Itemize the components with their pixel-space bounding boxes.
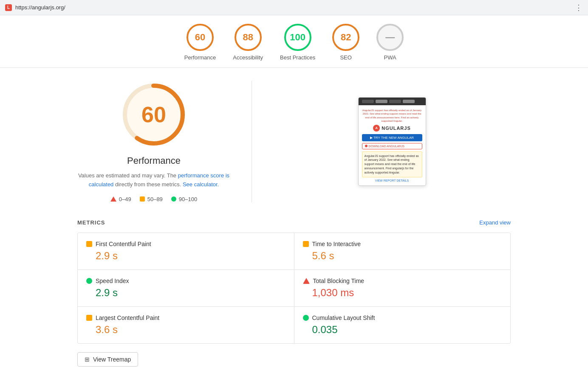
metric-cls-name: Cumulative Layout Shift [312,314,375,321]
screenshot-body: AngularJS support has officially ended a… [359,105,426,185]
metric-tti-indicator [303,241,309,247]
metric-cls-name-row: Cumulative Layout Shift [303,314,502,321]
performance-description: Values are estimated and may vary. The p… [77,171,230,189]
browser-bar: L https://angularjs.org/ ⋮ [0,0,588,15]
expand-view-button[interactable]: Expand view [479,219,511,226]
score-circle-best-practices: 100 [284,24,311,51]
big-score-area: 60 Performance Values are estimated and … [77,81,230,202]
tab-seo[interactable]: 82 SEO [332,24,359,61]
metric-fcp-value: 2.9 s [86,250,286,262]
metric-tti: Time to Interactive 5.6 s [294,233,511,269]
screenshot-nav [359,98,426,105]
tab-seo-label: SEO [340,54,351,61]
nav-dot-1 [362,100,374,103]
screenshot-notice: AngularJS support has officially ended a… [362,109,422,123]
tab-best-practices[interactable]: 100 Best Practices [280,24,315,61]
legend-orange: 50–89 [140,196,163,202]
metric-tbt-name-row: Total Blocking Time [303,278,502,284]
metric-tbt-indicator [303,278,310,284]
big-score-number: 60 [141,102,166,127]
download-icon [365,145,368,147]
warning-box: AngularJS support has officially ended a… [362,151,422,177]
favicon-icon: L [5,4,12,11]
browser-bar-left: L https://angularjs.org/ [5,4,65,11]
tab-performance[interactable]: 60 Performance [184,24,216,61]
main-content: 60 Performance Values are estimated and … [60,68,528,370]
legend-red-icon [110,196,116,202]
view-treemap-button[interactable]: ⊞ View Treemap [77,352,138,367]
tab-pwa[interactable]: — PWA [376,24,404,61]
metrics-label: METRICS [77,219,105,226]
angularjs-logo-text: NGULARJS [382,126,411,131]
tab-best-practices-label: Best Practices [280,54,315,61]
metric-fcp-name-row: First Contentful Paint [86,241,286,247]
metric-cls-value: 0.035 [303,324,502,336]
metric-lcp-name: Largest Contentful Paint [96,314,159,321]
legend-green: 90–100 [171,196,197,202]
metric-tbt: Total Blocking Time 1,030 ms [294,270,511,306]
tab-performance-label: Performance [184,54,216,61]
metric-lcp-indicator [86,315,92,321]
score-circle-seo: 82 [332,24,359,51]
metric-si-value: 2.9 s [86,287,286,299]
angularjs-logo-icon: A [373,125,380,132]
performance-section: 60 Performance Values are estimated and … [77,81,511,202]
tab-accessibility[interactable]: 88 Accessibility [233,24,263,61]
metric-tti-name: Time to Interactive [312,241,361,247]
metric-tti-value: 5.6 s [303,250,502,262]
nav-dot-3 [389,100,401,103]
metric-lcp-value: 3.6 s [86,324,286,336]
metric-tbt-value: 1,030 ms [303,287,502,299]
metric-cls: Cumulative Layout Shift 0.035 [294,307,511,343]
legend-orange-icon [140,196,145,202]
calculator-link[interactable]: See calculator. [183,181,219,188]
view-report-link: VIEW REPORT DETAILS [362,179,422,182]
browser-url: https://angularjs.org/ [15,4,65,11]
metric-cls-indicator [303,315,309,321]
tab-pwa-label: PWA [384,54,396,61]
performance-title: Performance [127,155,181,166]
metric-si-name-row: Speed Index [86,278,286,284]
site-screenshot: AngularJS support has officially ended a… [358,97,426,186]
legend-red: 0–49 [110,196,131,202]
section-divider [252,81,252,202]
big-score-circle: 60 [120,81,188,149]
screenshot-area: AngularJS support has officially ended a… [273,81,511,202]
score-circle-performance: 60 [187,24,214,51]
download-btn: DOWNLOAD ANGULARJS [362,143,422,149]
nav-dot-4 [403,100,415,103]
metric-fcp-indicator [86,241,92,247]
try-angular-btn: ▶ TRY THE NEW ANGULAR [362,134,422,141]
metric-lcp: Largest Contentful Paint 3.6 s [78,307,294,343]
legend-green-icon [171,196,176,202]
legend: 0–49 50–89 90–100 [110,196,197,202]
metric-tbt-name: Total Blocking Time [313,278,365,284]
score-circle-accessibility: 88 [235,24,262,51]
metrics-header: METRICS Expand view [77,219,511,226]
screenshot-logo-bar: A NGULARJS [362,125,422,132]
metric-lcp-name-row: Largest Contentful Paint [86,314,286,321]
nav-dot-2 [376,100,387,103]
metric-fcp: First Contentful Paint 2.9 s [78,233,294,269]
score-circle-pwa: — [376,24,404,51]
metric-fcp-name: First Contentful Paint [96,241,151,247]
browser-menu-icon[interactable]: ⋮ [575,3,583,12]
treemap-icon: ⊞ [85,356,90,363]
metrics-grid: First Contentful Paint 2.9 s Time to Int… [77,233,511,344]
metric-si-indicator [86,278,92,284]
metric-tti-name-row: Time to Interactive [303,241,502,247]
metric-si-name: Speed Index [96,278,129,284]
score-tabs: 60 Performance 88 Accessibility 100 Best… [0,15,588,68]
metric-si: Speed Index 2.9 s [78,270,294,306]
tab-accessibility-label: Accessibility [233,54,263,61]
